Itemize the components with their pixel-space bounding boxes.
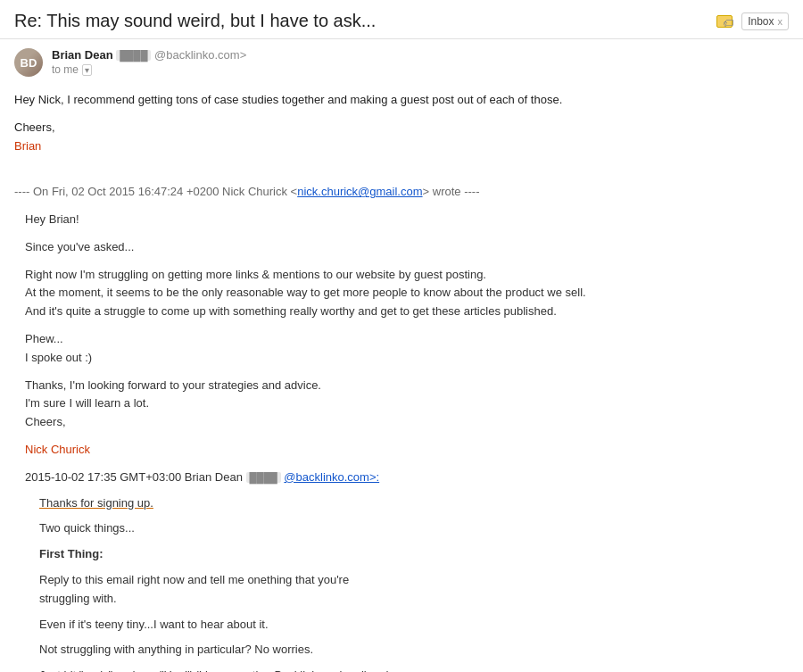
inner-quote-block: Thanks for signing up. Two quick things.… bbox=[29, 494, 789, 672]
sender-info: Brian Dean ████ @backlinko.com> to me ▾ bbox=[52, 48, 789, 76]
sender-name-line: Brian Dean ████ @backlinko.com> bbox=[52, 48, 789, 62]
quoted-phew: Phew... I spoke out :) bbox=[25, 330, 789, 368]
email-subject: Re: This may sound weird, but I have to … bbox=[14, 11, 708, 31]
inner-reply: Reply to this email right now and tell m… bbox=[39, 571, 789, 609]
quoted-hey: Hey Brian! bbox=[25, 211, 789, 229]
email-meta: BD Brian Dean ████ @backlinko.com> to me… bbox=[0, 39, 803, 82]
quoted-struggle: Right now I'm struggling on getting more… bbox=[25, 266, 789, 321]
inner-not: Not struggling with anything in particul… bbox=[39, 641, 789, 660]
timestamp-email-domain[interactable]: @backlinko.com>: bbox=[284, 470, 379, 484]
avatar: BD bbox=[14, 48, 43, 77]
body-greeting: Hey Nick, I recommend getting tons of ca… bbox=[14, 91, 789, 110]
inner-even: Even if it's teeny tiny...I want to hear… bbox=[39, 616, 789, 635]
inbox-label: Inbox bbox=[748, 15, 774, 28]
email-body: Hey Nick, I recommend getting tons of ca… bbox=[0, 82, 803, 672]
to-label: to me bbox=[52, 63, 79, 76]
email-header: Re: This may sound weird, but I have to … bbox=[0, 0, 803, 39]
quoted-thanks: Thanks, I'm looking forward to your stra… bbox=[25, 377, 789, 432]
inner-first-thing: First Thing: bbox=[39, 545, 789, 564]
sender-name: Brian Dean bbox=[52, 48, 113, 62]
nick-email-link[interactable]: nick.churick@gmail.com bbox=[297, 185, 422, 198]
inbox-badge: Inbox x bbox=[741, 12, 789, 30]
to-dropdown[interactable]: ▾ bbox=[82, 64, 92, 76]
inner-two: Two quick things... bbox=[39, 519, 789, 538]
inner-thanks-text: Thanks for signing up. bbox=[39, 496, 153, 510]
inner-timestamp: 2015-10-02 17:35 GMT+03:00 Brian Dean ██… bbox=[25, 469, 789, 487]
avatar-initials: BD bbox=[14, 48, 43, 77]
body-brian-name: Brian bbox=[14, 139, 41, 153]
quote-divider: ---- On Fri, 02 Oct 2015 16:47:24 +0200 … bbox=[14, 183, 789, 202]
quoted-text: Hey Brian! Since you've asked... Right n… bbox=[25, 211, 789, 672]
sender-email-prefix: ████ @backlinko.com> bbox=[116, 48, 246, 62]
quoted-section: Hey Brian! Since you've asked... Right n… bbox=[14, 211, 789, 672]
inner-just: Just hit "reply" and say "Hey!" (I love … bbox=[39, 667, 789, 672]
quoted-nick-name: Nick Churick bbox=[25, 441, 789, 460]
body-cheers-section: Cheers, Brian bbox=[14, 119, 789, 156]
label-tag-icon[interactable]: 🏷 bbox=[716, 15, 733, 28]
inner-thanks: Thanks for signing up. bbox=[39, 494, 789, 513]
quoted-since: Since you've asked... bbox=[25, 238, 789, 257]
to-line: to me ▾ bbox=[52, 63, 789, 76]
inbox-close-button[interactable]: x bbox=[778, 16, 783, 27]
